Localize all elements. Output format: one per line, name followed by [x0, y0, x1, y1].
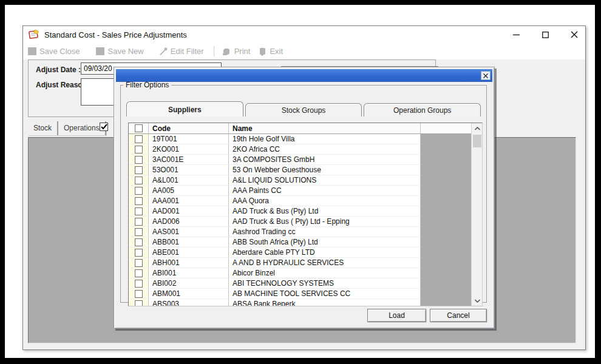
- supplier-name: 2KO Africa CC: [229, 144, 421, 155]
- row-checkbox[interactable]: [135, 259, 143, 267]
- stock-filter-checkbox[interactable]: [100, 123, 108, 131]
- supplier-name: AAD Truck & Bus (Pty) Ltd: [229, 206, 421, 217]
- table-row[interactable]: ABI001 Abicor Binzel: [129, 268, 471, 278]
- table-row[interactable]: ABS003 ABSA Bank Beperk: [129, 299, 471, 306]
- table-row[interactable]: A&L001 A&L LIQUID SOLUTIONS: [129, 175, 471, 186]
- table-row[interactable]: AAS001 Aashrod Trading cc: [129, 227, 471, 237]
- row-checkbox[interactable]: [135, 197, 143, 205]
- supplier-code: ABS003: [149, 299, 229, 306]
- row-checkbox[interactable]: [135, 269, 143, 277]
- close-icon: [571, 31, 578, 38]
- supplier-code: ABI002: [149, 278, 229, 289]
- maximize-button[interactable]: [535, 26, 555, 43]
- dialog-tab-strip: Suppliers Stock Groups Operation Groups: [126, 101, 481, 116]
- table-row[interactable]: AAD001 AAD Truck & Bus (Pty) Ltd: [129, 206, 471, 217]
- row-checkbox[interactable]: [135, 207, 143, 215]
- tab-stock-groups[interactable]: Stock Groups: [245, 103, 362, 116]
- filler-cell: [421, 144, 471, 155]
- check-icon: [101, 124, 107, 130]
- minimize-button[interactable]: [506, 26, 526, 43]
- table-row[interactable]: 3AC001E 3A COMPOSITES GmbH: [129, 155, 471, 165]
- table-row[interactable]: AAA001 AAA Quora: [129, 196, 471, 206]
- table-row[interactable]: 53O001 53 On Webber Guesthouse: [129, 165, 471, 175]
- dialog-close-button[interactable]: [481, 71, 491, 80]
- filter-options-label: Filter Options: [123, 81, 171, 89]
- row-checkbox[interactable]: [135, 187, 143, 195]
- row-checkbox[interactable]: [135, 228, 143, 236]
- row-checkbox[interactable]: [135, 177, 143, 184]
- filler-cell: [421, 186, 471, 196]
- table-body: 19T001 19th Hole Golf Villa 2KO001 2KO A…: [129, 134, 471, 306]
- row-checkbox[interactable]: [135, 280, 143, 288]
- edit-filter-button[interactable]: Edit Filter: [158, 47, 204, 56]
- row-checkbox-cell: [129, 289, 149, 299]
- supplier-code: 19T001: [149, 134, 229, 144]
- supplier-name: ABSA Bank Beperk: [229, 299, 421, 306]
- exit-label: Exit: [270, 47, 283, 56]
- row-checkbox[interactable]: [135, 218, 143, 226]
- filter-dialog: Filter Options Suppliers Stock Groups Op…: [114, 67, 495, 329]
- supplier-code: AAA001: [149, 196, 229, 206]
- table-row[interactable]: AA005 AAA Paints CC: [129, 186, 471, 196]
- wrench-icon: [158, 47, 168, 56]
- filler-cell: [421, 268, 471, 278]
- select-all-checkbox[interactable]: [135, 124, 143, 132]
- save-close-button[interactable]: Save Close: [28, 47, 80, 56]
- print-button[interactable]: Print: [222, 47, 251, 56]
- scrollbar-thumb[interactable]: [473, 135, 481, 147]
- select-all-cell: [129, 123, 149, 134]
- exit-button[interactable]: Exit: [259, 47, 283, 56]
- filler-cell: [421, 227, 471, 237]
- supplier-code: ABM001: [149, 289, 229, 299]
- exit-icon: [259, 47, 267, 56]
- tab-operation-groups[interactable]: Operation Groups: [364, 103, 481, 116]
- cancel-button[interactable]: Cancel: [430, 309, 487, 322]
- chevron-down-icon: [475, 299, 480, 303]
- close-button[interactable]: [565, 26, 584, 43]
- scroll-up-button[interactable]: [472, 123, 483, 133]
- table-row[interactable]: AAD006 AAD Truck & Bus ( Pty) Ltd - Eppi…: [129, 217, 471, 227]
- chevron-up-icon: [475, 127, 480, 130]
- supplier-name: ABI TECHNOLOGY SYSTEMS: [229, 278, 421, 289]
- code-column-header: Code: [149, 123, 229, 134]
- filler-cell: [421, 299, 471, 306]
- supplier-name: Abicor Binzel: [229, 268, 421, 278]
- row-checkbox[interactable]: [135, 166, 143, 174]
- supplier-name: Aberdare Cable PTY LTD: [229, 248, 421, 258]
- filler-cell: [421, 217, 471, 227]
- row-checkbox-cell: [129, 217, 149, 227]
- scroll-down-button[interactable]: [472, 295, 483, 306]
- row-checkbox-cell: [129, 144, 149, 155]
- row-checkbox[interactable]: [135, 290, 143, 298]
- row-checkbox-cell: [129, 248, 149, 258]
- table-row[interactable]: 19T001 19th Hole Golf Villa: [129, 134, 471, 144]
- vertical-scrollbar[interactable]: [471, 123, 482, 306]
- desktop-page: Standard Cost - Sales Price Adjustments …: [5, 5, 595, 358]
- row-checkbox-cell: [129, 268, 149, 278]
- table-row[interactable]: ABM001 AB MACHINE TOOL SERVICES CC: [129, 289, 471, 299]
- toolbar-separator: [214, 46, 214, 56]
- row-checkbox[interactable]: [135, 135, 143, 143]
- row-checkbox[interactable]: [135, 249, 143, 257]
- supplier-code: 2KO001: [149, 144, 229, 155]
- row-checkbox[interactable]: [135, 146, 143, 153]
- tab-operations[interactable]: Operations: [58, 121, 106, 135]
- supplier-code: ABI001: [149, 268, 229, 278]
- row-checkbox[interactable]: [135, 238, 143, 246]
- tab-suppliers[interactable]: Suppliers: [126, 101, 243, 116]
- table-row[interactable]: ABB001 ABB South Africa (Pty) Ltd: [129, 237, 471, 248]
- printer-icon: [222, 47, 231, 56]
- supplier-name: Aashrod Trading cc: [229, 227, 421, 237]
- table-row[interactable]: ABI002 ABI TECHNOLOGY SYSTEMS: [129, 278, 471, 289]
- save-new-button[interactable]: Save New: [96, 47, 143, 56]
- row-checkbox[interactable]: [135, 156, 143, 164]
- load-button[interactable]: Load: [367, 309, 426, 322]
- table-row[interactable]: 2KO001 2KO Africa CC: [129, 144, 471, 155]
- row-checkbox-cell: [129, 165, 149, 175]
- row-checkbox[interactable]: [135, 300, 143, 307]
- table-row[interactable]: ABH001 A AND B HYDRAULIC SERVICES: [129, 258, 471, 268]
- tab-stock[interactable]: Stock: [28, 121, 58, 135]
- table-row[interactable]: ABE001 Aberdare Cable PTY LTD: [129, 248, 471, 258]
- save-close-label: Save Close: [39, 47, 80, 56]
- toolbar: Save Close Save New Edit Filter Print: [23, 43, 585, 59]
